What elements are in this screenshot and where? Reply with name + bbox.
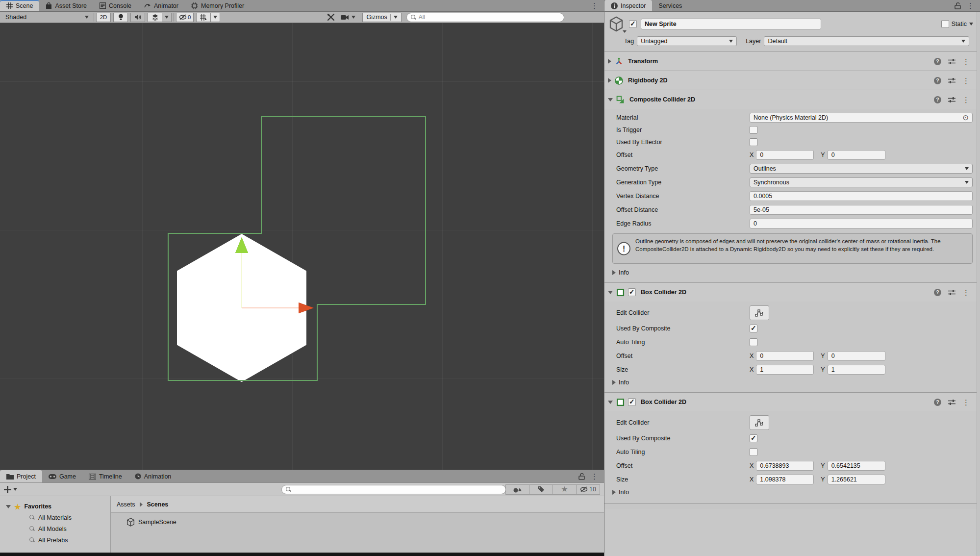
offset-x-field[interactable]: 0.6738893 — [756, 461, 814, 471]
scene-effects-button[interactable] — [148, 13, 162, 22]
favorites-item-all-materials[interactable]: All Materials — [0, 512, 110, 523]
scene-search-input[interactable] — [419, 14, 560, 21]
static-checkbox[interactable] — [941, 20, 949, 28]
used-by-composite-checkbox[interactable] — [750, 325, 757, 332]
tab-animation[interactable]: Animation — [128, 470, 178, 482]
size-y-field[interactable]: 1.265621 — [828, 475, 885, 484]
help-icon[interactable]: ? — [934, 58, 941, 65]
offset-x-field[interactable]: 0 — [756, 150, 814, 160]
component-tools-button[interactable] — [324, 13, 338, 21]
used-by-composite-checkbox[interactable] — [750, 434, 757, 442]
gameobject-name-field[interactable]: New Sprite — [641, 19, 821, 29]
help-icon[interactable]: ? — [934, 77, 941, 84]
search-by-label-button[interactable] — [529, 484, 553, 495]
scene-viewport[interactable] — [0, 23, 604, 470]
transform-header[interactable]: Transform ? ⋮ — [604, 51, 980, 71]
offset-y-field[interactable]: 0.6542135 — [828, 461, 885, 471]
offset-y-field[interactable]: 0 — [828, 351, 885, 361]
auto-tiling-checkbox[interactable] — [750, 448, 757, 456]
tab-project[interactable]: Project — [0, 470, 42, 482]
component-menu-icon[interactable]: ⋮ — [962, 77, 970, 84]
tab-console[interactable]: Console — [93, 0, 138, 11]
component-menu-icon[interactable]: ⋮ — [962, 96, 970, 103]
help-icon[interactable]: ? — [934, 96, 941, 103]
component-enabled-checkbox[interactable] — [628, 398, 636, 406]
gizmos-dropdown[interactable]: Gizmos — [362, 13, 401, 22]
favorites-foldout[interactable]: ★ Favorites — [0, 501, 110, 512]
scene-effects-dropdown[interactable] — [162, 13, 172, 22]
presets-icon[interactable] — [948, 77, 955, 84]
search-by-type-button[interactable] — [505, 484, 529, 495]
project-menu-icon[interactable]: ⋮ — [591, 473, 598, 480]
scene-window-menu-icon[interactable]: ⋮ — [591, 2, 598, 9]
box2-info-foldout[interactable]: Info — [604, 486, 980, 498]
auto-tiling-checkbox[interactable] — [750, 338, 757, 346]
static-dropdown-icon[interactable] — [969, 23, 973, 25]
presets-icon[interactable] — [948, 399, 955, 405]
tab-animator[interactable]: Animator — [138, 0, 185, 11]
inspector-menu-icon[interactable]: ⋮ — [967, 2, 974, 9]
create-asset-button[interactable] — [4, 486, 17, 493]
component-menu-icon[interactable]: ⋮ — [962, 289, 970, 296]
box-collider2d-2-header[interactable]: Box Collider 2D ? ⋮ — [604, 392, 980, 411]
draw-mode-dropdown[interactable]: Shaded — [2, 13, 92, 22]
box1-info-foldout[interactable]: Info — [604, 377, 980, 388]
presets-icon[interactable] — [948, 289, 955, 296]
tab-services[interactable]: Services — [652, 0, 688, 11]
toggle-2d-button[interactable]: 2D — [96, 13, 111, 22]
composite-collider2d-header[interactable]: Composite Collider 2D ? ⋮ — [604, 90, 980, 109]
inspector-scrollbar[interactable] — [977, 12, 980, 556]
component-enabled-checkbox[interactable] — [628, 288, 636, 296]
component-menu-icon[interactable]: ⋮ — [962, 58, 970, 65]
list-item-samplescene[interactable]: SampleScene — [111, 516, 604, 529]
favorite-search-button[interactable]: ★ — [553, 484, 577, 495]
composite-info-foldout[interactable]: Info — [604, 267, 980, 278]
presets-icon[interactable] — [948, 97, 955, 103]
unlock-icon[interactable] — [578, 473, 585, 480]
edit-collider-button[interactable] — [750, 415, 769, 430]
scene-camera-button[interactable] — [338, 15, 358, 20]
tag-dropdown[interactable]: Untagged — [637, 36, 737, 46]
gizmo-y-axis-arrow[interactable] — [235, 237, 248, 253]
vertex-distance-field[interactable]: 0.0005 — [750, 191, 973, 201]
scene-lighting-button[interactable] — [113, 13, 128, 22]
offset-y-field[interactable]: 0 — [828, 150, 885, 160]
geometry-type-dropdown[interactable]: Outlines — [750, 164, 973, 174]
offset-x-field[interactable]: 0 — [756, 351, 814, 361]
tab-asset-store[interactable]: Asset Store — [39, 0, 93, 11]
foldout-collapsed-icon[interactable] — [608, 59, 611, 64]
favorites-item-all-prefabs[interactable]: All Prefabs — [0, 534, 110, 546]
box-collider2d-1-header[interactable]: Box Collider 2D ? ⋮ — [604, 282, 980, 302]
is-trigger-checkbox[interactable] — [750, 126, 757, 134]
edit-collider-button[interactable] — [750, 305, 769, 320]
object-picker-icon[interactable]: ⊙ — [959, 114, 969, 121]
size-y-field[interactable]: 1 — [828, 365, 885, 375]
breadcrumb-root[interactable]: Assets — [117, 501, 135, 508]
tab-scene[interactable]: Scene — [0, 0, 39, 11]
tab-memory-profiler[interactable]: Memory Profiler — [185, 0, 251, 11]
used-by-effector-checkbox[interactable] — [750, 138, 757, 146]
foldout-collapsed-icon[interactable] — [608, 78, 611, 83]
help-icon[interactable]: ? — [934, 399, 941, 406]
scene-visibility-button[interactable]: 0 — [176, 13, 194, 22]
offset-distance-field[interactable]: 5e-05 — [750, 205, 973, 215]
gameobject-icon-button[interactable] — [607, 15, 625, 33]
tab-timeline[interactable]: Timeline — [82, 470, 128, 482]
edge-radius-field[interactable]: 0 — [750, 219, 973, 228]
generation-type-dropdown[interactable]: Synchronous — [750, 177, 973, 187]
size-x-field[interactable]: 1 — [756, 365, 814, 375]
grid-settings-dropdown[interactable] — [211, 13, 220, 22]
project-search-field[interactable] — [281, 485, 506, 494]
scene-grid-settings-button[interactable] — [196, 13, 211, 22]
unlock-icon[interactable] — [955, 2, 961, 9]
foldout-expanded-icon[interactable] — [608, 401, 613, 404]
layer-dropdown[interactable]: Default — [764, 36, 969, 46]
project-search-input[interactable] — [294, 486, 502, 493]
scene-search-field[interactable] — [406, 13, 564, 22]
scene-audio-button[interactable] — [130, 13, 145, 22]
gameobject-active-checkbox[interactable] — [629, 20, 637, 28]
tab-game[interactable]: Game — [42, 470, 82, 482]
foldout-expanded-icon[interactable] — [608, 98, 613, 101]
breadcrumb-current[interactable]: Scenes — [147, 501, 169, 508]
component-menu-icon[interactable]: ⋮ — [962, 399, 970, 406]
